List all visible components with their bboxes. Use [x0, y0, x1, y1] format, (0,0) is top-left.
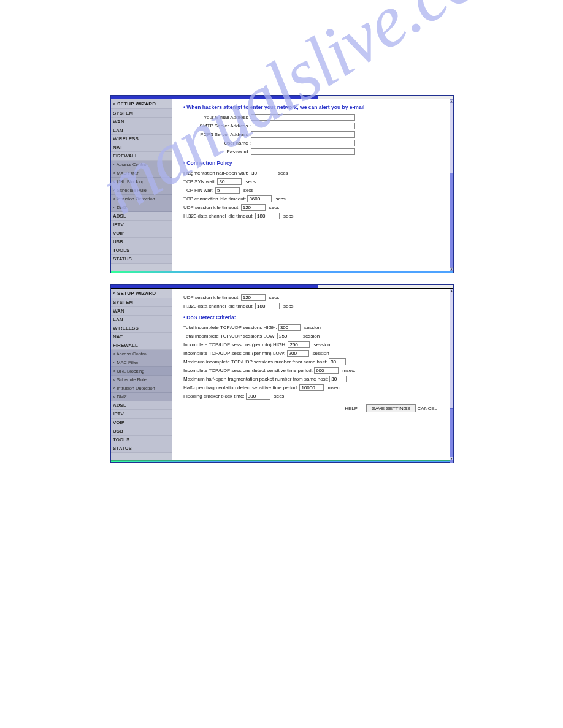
label-udp-idle: UDP session idle timeout: [183, 295, 239, 300]
scroll-down-icon[interactable]: ▾ [450, 267, 453, 271]
sidebar-item-usb[interactable]: USB [111, 427, 172, 436]
sidebar-item-tools[interactable]: TOOLS [111, 436, 172, 444]
sidebar-item-wan[interactable]: WAN [111, 307, 172, 316]
sidebar-item-firewall[interactable]: FIREWALL [111, 341, 172, 350]
label-h323-idle: H.323 data channel idle timeout: [183, 213, 254, 219]
sidebar-setup-wizard[interactable]: » SETUP WIZARD [111, 289, 172, 298]
sidebar-item-status[interactable]: STATUS [111, 255, 172, 264]
sidebar-item-firewall[interactable]: FIREWALL [111, 152, 172, 161]
sidebar-sub-dmz[interactable]: » DMZ [111, 393, 172, 401]
unit-secs: secs [269, 205, 279, 210]
input-tcp-idle[interactable] [247, 195, 272, 202]
sidebar-item-iptv[interactable]: IPTV [111, 410, 172, 419]
unit-msec: msec. [342, 368, 355, 373]
sidebar-item-voip[interactable]: VOIP [111, 419, 172, 427]
sidebar: » SETUP WIZARD SYSTEM WAN LAN WIRELESS N… [111, 99, 172, 271]
input-email[interactable] [251, 114, 355, 121]
input-max-frag[interactable] [329, 376, 347, 382]
sidebar-item-voip[interactable]: VOIP [111, 229, 172, 238]
input-ti-high[interactable] [278, 324, 301, 331]
input-inc-high[interactable] [288, 341, 310, 348]
sidebar-setup-wizard[interactable]: » SETUP WIZARD [111, 99, 172, 109]
sidebar-sub-dmz[interactable]: » DMZ [111, 203, 172, 212]
cancel-link[interactable]: CANCEL [418, 406, 437, 411]
label-frag-halfopen: Fragmentation half-open wait: [183, 170, 248, 176]
sidebar-sub-schedule-rule[interactable]: » Schedule Rule [111, 186, 172, 195]
input-tcp-fin[interactable] [215, 187, 240, 194]
input-username[interactable] [251, 140, 355, 146]
sidebar-item-lan[interactable]: LAN [111, 316, 172, 324]
input-tcp-syn[interactable] [217, 178, 242, 185]
label-smtp: SMTP Server Address : [183, 123, 251, 129]
scroll-up-icon[interactable]: ▴ [450, 289, 453, 292]
sidebar-sub-intrusion-detection[interactable]: » Intrusion Detection [111, 384, 172, 393]
sidebar-sub-schedule-rule[interactable]: » Schedule Rule [111, 376, 172, 384]
panel-alert-connection: » SETUP WIZARD SYSTEM WAN LAN WIRELESS N… [110, 95, 454, 273]
input-h323-idle[interactable] [255, 213, 280, 219]
label-udp-idle: UDP session idle timeout: [183, 205, 239, 210]
unit-secs: secs [275, 196, 285, 202]
sidebar-sub-access-control[interactable]: » Access Control [111, 350, 172, 358]
sidebar-sub-mac-filter[interactable]: » MAC Filter [111, 358, 172, 367]
unit-secs: secs [245, 179, 255, 184]
scroll-thumb[interactable] [450, 173, 453, 271]
sidebar-item-adsl[interactable]: ADSL [111, 212, 172, 221]
sidebar-item-wireless[interactable]: WIRELESS [111, 324, 172, 333]
label-inc-low: Incomplete TCP/UDP sessions (per min) LO… [183, 351, 285, 356]
label-ti-high: Total incomplete TCP/UDP sessions HIGH: [183, 325, 277, 330]
sidebar-item-system[interactable]: SYSTEM [111, 109, 172, 118]
sidebar-item-status[interactable]: STATUS [111, 444, 172, 453]
input-inc-low[interactable] [287, 350, 309, 357]
unit-secs: secs [278, 170, 288, 176]
label-inc-time: Incomplete TCP/UDP sessions detect sensi… [183, 368, 313, 373]
section-title-alert: When hackers attempt to enter your netwo… [183, 104, 447, 110]
input-password[interactable] [251, 148, 355, 155]
input-udp-idle[interactable] [241, 204, 266, 211]
input-pop3[interactable] [251, 131, 355, 138]
sidebar-item-nat[interactable]: NAT [111, 333, 172, 341]
input-flood[interactable] [246, 393, 270, 400]
sidebar-sub-mac-filter[interactable]: » MAC Filter [111, 169, 172, 178]
input-max-inc[interactable] [329, 358, 346, 365]
unit-secs: secs [269, 295, 279, 300]
unit-secs: secs [283, 303, 293, 309]
input-udp-idle[interactable] [241, 294, 266, 301]
label-inc-high: Incomplete TCP/UDP sessions (per min) HI… [183, 342, 286, 347]
input-frag-time[interactable] [299, 384, 324, 391]
sidebar-item-wan[interactable]: WAN [111, 118, 172, 126]
input-ti-low[interactable] [277, 333, 299, 339]
input-frag-halfopen[interactable] [250, 170, 274, 176]
unit-secs: secs [274, 393, 284, 399]
sidebar-item-system[interactable]: SYSTEM [111, 298, 172, 307]
input-smtp[interactable] [251, 123, 355, 129]
help-link[interactable]: HELP [345, 406, 358, 411]
sidebar-sub-intrusion-detection[interactable]: » Intrusion Detection [111, 195, 172, 203]
scroll-down-icon[interactable]: ▾ [450, 457, 453, 460]
input-h323-idle[interactable] [255, 303, 280, 309]
scroll-up-icon[interactable]: ▴ [450, 99, 453, 103]
label-tcp-syn: TCP SYN wait: [183, 179, 216, 184]
input-inc-time[interactable] [314, 367, 339, 374]
section-title-dos: DoS Detect Criteria: [183, 314, 447, 320]
sidebar-item-adsl[interactable]: ADSL [111, 401, 172, 410]
label-max-inc: Maximum incomplete TCP/UDP sessions numb… [183, 359, 327, 365]
unit-secs: secs [283, 213, 293, 219]
sidebar-item-iptv[interactable]: IPTV [111, 221, 172, 229]
sidebar-item-lan[interactable]: LAN [111, 126, 172, 135]
label-username: User name : [183, 140, 251, 146]
sidebar-sub-access-control[interactable]: » Access Control [111, 161, 172, 169]
unit-secs: secs [243, 188, 253, 193]
save-settings-button[interactable]: SAVE SETTINGS [366, 404, 416, 412]
sidebar-item-usb[interactable]: USB [111, 238, 172, 246]
sidebar-sub-url-blocking[interactable]: » URL Blocking [111, 178, 172, 186]
sidebar-item-wireless[interactable]: WIRELESS [111, 135, 172, 143]
sidebar-sub-url-blocking[interactable]: » URL Blocking [111, 367, 172, 376]
scroll-thumb[interactable] [450, 408, 453, 463]
label-frag-time: Half-open fragmentation detect sensitive… [183, 385, 298, 390]
content-area: ▴ ▾ UDP session idle timeout: secs H.323… [172, 289, 453, 460]
sidebar-item-tools[interactable]: TOOLS [111, 246, 172, 255]
panel-dos-criteria: » SETUP WIZARD SYSTEM WAN LAN WIRELESS N… [110, 284, 454, 463]
section-title-connection-policy: Connection Policy [183, 160, 447, 166]
label-password: Password : [183, 149, 251, 154]
sidebar-item-nat[interactable]: NAT [111, 143, 172, 152]
